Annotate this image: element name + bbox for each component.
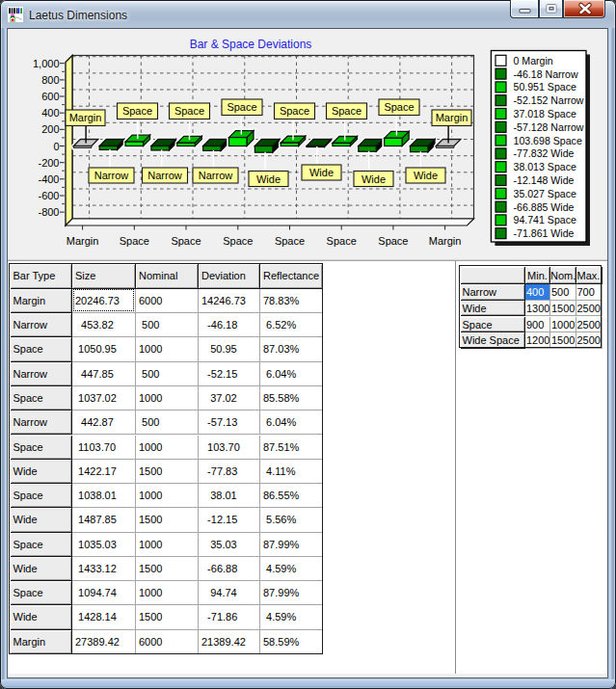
svg-text:37.018 Space: 37.018 Space bbox=[514, 108, 576, 119]
svg-text:Narrow: Narrow bbox=[147, 170, 182, 181]
svg-text:35.027 Space: 35.027 Space bbox=[514, 188, 576, 199]
svg-text:-200: -200 bbox=[38, 157, 59, 169]
svg-text:200: 200 bbox=[41, 123, 59, 135]
svg-text:1,000: 1,000 bbox=[33, 58, 60, 69]
svg-text:Wide: Wide bbox=[362, 173, 386, 185]
svg-text:Wide: Wide bbox=[309, 167, 334, 178]
svg-text:Space: Space bbox=[332, 105, 362, 117]
svg-text:Space: Space bbox=[275, 235, 305, 247]
svg-text:Bar & Space Deviations: Bar & Space Deviations bbox=[190, 38, 312, 51]
svg-text:-400: -400 bbox=[38, 173, 59, 185]
svg-text:800: 800 bbox=[41, 74, 59, 86]
svg-text:38.013 Space: 38.013 Space bbox=[514, 161, 576, 172]
svg-text:Space: Space bbox=[174, 105, 204, 117]
svg-text:50.951 Space: 50.951 Space bbox=[514, 81, 576, 93]
svg-text:Space: Space bbox=[280, 105, 309, 117]
svg-text:-800: -800 bbox=[38, 206, 59, 218]
svg-text:Margin: Margin bbox=[436, 112, 469, 123]
svg-text:0: 0 bbox=[53, 141, 59, 152]
svg-text:Space: Space bbox=[122, 105, 152, 117]
svg-text:600: 600 bbox=[41, 91, 59, 102]
svg-text:Narrow: Narrow bbox=[199, 170, 233, 181]
svg-text:-52.152 Narrow: -52.152 Narrow bbox=[514, 94, 584, 106]
svg-text:103.698 Space: 103.698 Space bbox=[514, 135, 582, 146]
svg-text:Margin: Margin bbox=[429, 235, 462, 247]
svg-text:-46.18 Narrow: -46.18 Narrow bbox=[514, 68, 578, 80]
svg-text:Space: Space bbox=[171, 235, 201, 247]
svg-text:0 Margin: 0 Margin bbox=[514, 55, 553, 66]
svg-text:-66.885 Wide: -66.885 Wide bbox=[514, 201, 575, 213]
svg-text:94.741 Space: 94.741 Space bbox=[514, 214, 576, 225]
svg-text:-12.148 Wide: -12.148 Wide bbox=[514, 174, 575, 186]
svg-text:Margin: Margin bbox=[67, 235, 99, 247]
svg-text:Wide: Wide bbox=[256, 173, 281, 185]
svg-text:Space: Space bbox=[378, 235, 408, 247]
svg-text:Space: Space bbox=[327, 235, 357, 247]
svg-text:Narrow: Narrow bbox=[94, 170, 129, 181]
svg-text:-57.128 Narrow: -57.128 Narrow bbox=[514, 121, 584, 133]
svg-text:Space: Space bbox=[384, 101, 414, 113]
svg-text:Space: Space bbox=[223, 235, 253, 247]
svg-text:-71.861 Wide: -71.861 Wide bbox=[514, 227, 575, 239]
svg-text:Space: Space bbox=[120, 235, 149, 247]
svg-text:-600: -600 bbox=[38, 190, 59, 201]
svg-text:400: 400 bbox=[41, 107, 59, 119]
svg-text:-77.832 Wide: -77.832 Wide bbox=[514, 147, 575, 159]
svg-text:Wide: Wide bbox=[414, 170, 438, 181]
svg-text:Space: Space bbox=[227, 101, 256, 113]
svg-text:Margin: Margin bbox=[69, 112, 102, 123]
